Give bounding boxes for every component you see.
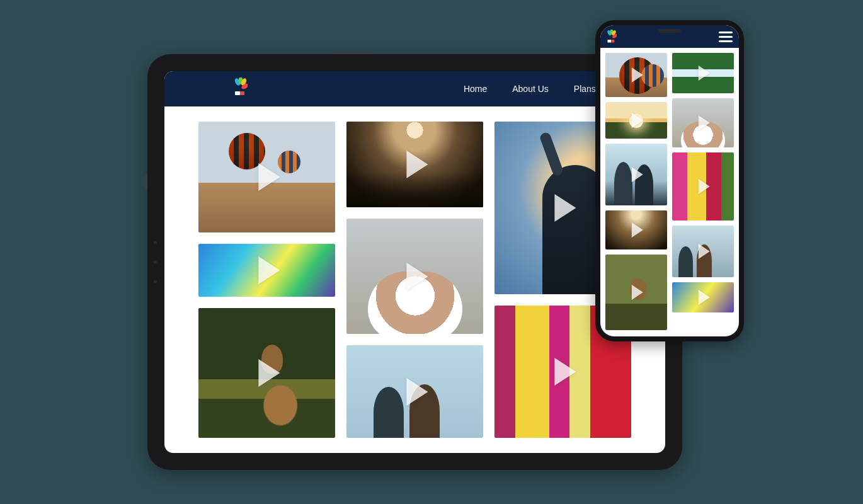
svg-rect-10 xyxy=(607,40,611,42)
phone-device-frame xyxy=(595,20,744,341)
play-icon xyxy=(406,378,428,406)
hamburger-icon[interactable] xyxy=(719,32,733,42)
play-icon xyxy=(632,167,643,182)
video-thumb-worship[interactable] xyxy=(605,144,667,205)
video-thumb-colorfest-sm[interactable] xyxy=(672,282,734,312)
brand-logo[interactable] xyxy=(607,30,617,43)
play-icon xyxy=(406,151,428,178)
brand-logo[interactable] xyxy=(234,77,248,96)
play-icon xyxy=(632,113,643,128)
video-thumb-friends-sm[interactable] xyxy=(672,226,734,277)
video-thumb-colorfest[interactable] xyxy=(198,244,335,297)
video-thumb-dog[interactable] xyxy=(346,219,483,334)
video-thumb-tulips-sm[interactable] xyxy=(672,152,734,220)
play-icon xyxy=(258,163,280,191)
tablet-hw-button xyxy=(145,174,147,190)
play-icon xyxy=(632,222,643,238)
nav-link-plans[interactable]: Plans xyxy=(574,84,596,94)
tablet-screen: Home About Us Plans C xyxy=(164,71,665,453)
video-thumb-dog-sm[interactable] xyxy=(672,98,734,147)
nav-link-about[interactable]: About Us xyxy=(512,84,549,94)
play-icon xyxy=(632,67,643,83)
play-icon xyxy=(258,359,280,387)
play-icon xyxy=(406,263,428,290)
play-icon xyxy=(699,244,710,259)
play-icon xyxy=(258,256,280,284)
svg-rect-4 xyxy=(235,91,240,95)
video-thumb-deer-sm[interactable] xyxy=(605,255,667,330)
play-icon xyxy=(554,358,576,386)
play-icon xyxy=(699,179,710,194)
play-icon xyxy=(699,115,710,130)
video-thumb-deer[interactable] xyxy=(198,308,335,438)
video-thumb-friends[interactable] xyxy=(346,345,483,438)
phone-video-gallery xyxy=(600,48,739,336)
video-thumb-balloons[interactable] xyxy=(605,53,667,97)
play-icon xyxy=(699,66,710,81)
phone-screen xyxy=(600,25,739,336)
tablet-hw-button xyxy=(353,52,369,54)
nav-link-home[interactable]: Home xyxy=(464,84,487,94)
svg-rect-11 xyxy=(611,40,614,42)
video-thumb-sunset-field[interactable] xyxy=(605,102,667,139)
play-icon xyxy=(699,290,710,305)
video-thumb-concert-sm[interactable] xyxy=(605,210,667,249)
play-icon xyxy=(632,285,643,300)
play-icon xyxy=(554,194,576,222)
tablet-speaker-dots xyxy=(154,241,157,284)
phone-camera-pill xyxy=(658,29,681,33)
svg-rect-5 xyxy=(240,91,244,95)
tablet-video-gallery xyxy=(164,106,665,453)
video-thumb-concert[interactable] xyxy=(346,122,483,207)
video-thumb-waterfall[interactable] xyxy=(672,53,734,93)
video-thumb-balloons[interactable] xyxy=(198,122,335,232)
tablet-navbar: Home About Us Plans C xyxy=(164,71,665,106)
tablet-hw-button xyxy=(334,52,350,54)
